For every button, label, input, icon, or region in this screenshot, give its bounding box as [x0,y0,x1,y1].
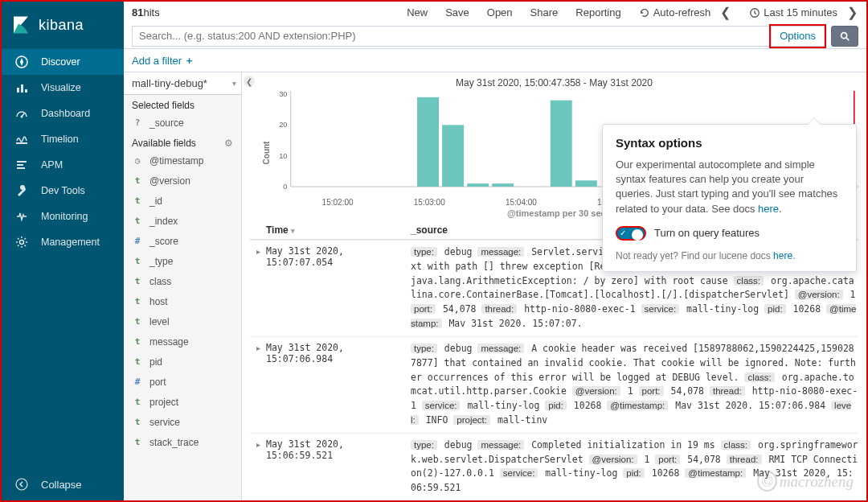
field-item[interactable]: thost [124,291,241,311]
collapse-button[interactable]: Collapse [2,468,124,500]
syntax-options-popover: Syntax options Our experimental autocomp… [602,124,857,272]
field-item[interactable]: tclass [124,271,241,291]
main: 81 hits New Save Open Share Reporting Au… [124,2,866,500]
field-item[interactable]: tproject [124,392,241,412]
hit-count: 81 [132,6,143,19]
sidebar-item-label: Dashboard [41,108,90,119]
field-item[interactable]: ?_source [124,113,241,133]
svg-rect-23 [467,183,489,187]
row-time: May 31st 2020, 15:07:06.984 [266,342,411,428]
field-type-icon: # [132,376,143,387]
svg-text:30: 30 [279,90,287,98]
svg-rect-22 [442,125,464,187]
field-item[interactable]: #_score [124,231,241,251]
row-time: May 31st 2020, 15:07:07.054 [266,245,411,331]
field-item[interactable]: t_index [124,211,241,231]
field-name: _type [149,256,173,267]
popover-footer: Not ready yet? Find our lucene docs here… [616,250,843,261]
sidebar-item-management[interactable]: Management [2,229,124,255]
date-range-label: May 31st 2020, 15:00:47.358 - May 31st 2… [250,72,858,90]
top-new[interactable]: New [407,6,428,19]
search-button[interactable] [831,26,858,47]
field-item[interactable]: #port [124,372,241,392]
sidebar-item-monitoring[interactable]: Monitoring [2,204,124,229]
toggle-label: Turn on query features [654,227,843,239]
top-reporting[interactable]: Reporting [575,6,620,19]
field-item[interactable]: t@version [124,171,241,191]
docs-link[interactable]: here [758,203,779,215]
field-item[interactable]: tpid [124,352,241,372]
content: mall-tiny-debug* ▾ Selected fields ?_sou… [124,72,866,500]
field-item[interactable]: tlevel [124,311,241,331]
top-autorefresh[interactable]: Auto-refresh [639,6,711,19]
table-row: ▸May 31st 2020, 15:06:59.521type: debug … [250,433,858,500]
field-name: @timestamp [149,155,204,167]
field-type-icon: t [132,336,143,347]
svg-rect-1 [17,88,19,93]
field-item[interactable]: tmessage [124,331,241,352]
sidebar-item-label: APM [41,159,63,171]
refresh-icon [639,7,650,19]
collapse-fields-handle[interactable]: ❮ [244,76,255,87]
sidebar-item-discover[interactable]: Discover [2,49,124,75]
bar-chart-icon [15,81,28,94]
selected-fields-header: Selected fields [124,95,241,113]
svg-text:20: 20 [279,121,287,129]
sidebar-item-label: Visualize [41,82,81,93]
sidebar-item-dashboard[interactable]: Dashboard [2,101,124,126]
tabs-row: 81 hits New Save Open Share Reporting Au… [124,2,866,24]
query-features-toggle[interactable]: ✓ [616,226,646,241]
chart-ylabel: Count [262,141,271,164]
field-item[interactable]: tservice [124,412,241,432]
results-column: ❮ May 31st 2020, 15:00:47.358 - May 31st… [242,72,866,500]
expand-row-caret[interactable]: ▸ [250,245,266,331]
prev-range[interactable]: ❮ [719,5,731,20]
field-type-icon: t [132,175,143,186]
kibana-logo-icon [11,15,31,35]
field-item[interactable]: t_type [124,251,241,271]
sidebar-item-apm[interactable]: APM [2,152,124,178]
field-type-icon: # [132,236,143,246]
svg-rect-21 [417,97,439,187]
svg-rect-24 [492,183,514,187]
field-name: _source [149,117,184,129]
index-pattern-select[interactable]: mall-tiny-debug* ▾ [124,72,241,95]
field-type-icon: t [132,417,143,427]
field-item[interactable]: ◷@timestamp [124,150,241,171]
check-icon: ✓ [620,228,626,237]
options-button[interactable]: Options [771,26,825,47]
toggle-row: ✓ Turn on query features [616,226,843,241]
field-type-icon: t [132,296,143,307]
field-item[interactable]: t_id [124,191,241,211]
field-name: _score [149,236,178,247]
top-share[interactable]: Share [530,6,559,19]
expand-row-caret[interactable]: ▸ [250,342,266,428]
top-open[interactable]: Open [487,6,513,19]
lucene-docs-link[interactable]: here [773,250,792,261]
sidebar-menu: Discover Visualize Dashboard Timelion AP… [2,49,124,468]
field-name: project [149,397,178,408]
logo[interactable]: kibana [2,2,124,49]
next-range[interactable]: ❯ [845,5,858,20]
field-type-icon: t [132,195,143,206]
expand-row-caret[interactable]: ▸ [250,438,266,496]
sidebar-item-timelion[interactable]: Timelion [2,126,124,152]
search-input[interactable] [132,26,769,47]
add-filter-link[interactable]: Add a filter + [132,55,192,67]
sidebar-item-visualize[interactable]: Visualize [2,75,124,101]
sidebar-item-label: Monitoring [41,211,88,222]
svg-rect-6 [16,142,27,144]
fields-settings-icon[interactable]: ⚙ [224,138,233,149]
field-name: _index [149,216,178,227]
time-column-header[interactable]: Time ▾ [266,224,411,236]
svg-line-5 [22,113,24,117]
sidebar-item-devtools[interactable]: Dev Tools [2,178,124,204]
svg-text:0: 0 [283,183,287,191]
top-save[interactable]: Save [445,6,469,19]
field-name: host [149,296,168,307]
top-range[interactable]: Last 15 minutes [749,6,837,19]
field-item[interactable]: tstack_trace [124,432,241,452]
svg-line-14 [846,38,850,41]
apm-icon [15,158,28,171]
sidebar-item-label: Discover [41,56,80,68]
